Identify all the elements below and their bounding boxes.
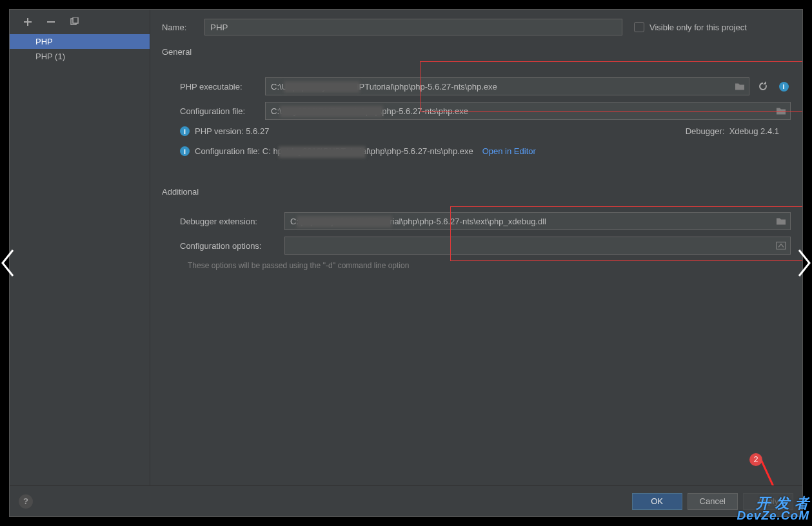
folder-icon[interactable] [776, 107, 786, 115]
info-icon: i [180, 146, 190, 156]
dialog-footer: ? OK Cancel Apply [10, 485, 802, 516]
prev-image-arrow[interactable] [0, 248, 17, 278]
visible-only-checkbox[interactable]: Visible only for this project [634, 22, 747, 32]
folder-icon[interactable] [735, 83, 745, 91]
info-icon: i [180, 126, 190, 136]
next-image-arrow[interactable] [795, 248, 812, 278]
info-icon[interactable]: i [777, 82, 791, 92]
debugger-value: Xdebug 2.4.1 [729, 126, 779, 136]
section-general: General [162, 47, 791, 57]
debugger-ext-input[interactable]: C: phpstduy2018\PHPTutorial\php\php-5.6.… [284, 212, 791, 230]
name-input[interactable] [204, 19, 622, 35]
config-file-input[interactable]: C:\ duy2018\PHPTutorial\php\php-5.6.27-n… [265, 102, 791, 120]
debugger-ext-label: Debugger extension: [162, 217, 284, 226]
folder-icon[interactable] [776, 217, 786, 226]
config-file-label: Configuration file: [162, 106, 265, 116]
cancel-button[interactable]: Cancel [688, 493, 738, 510]
remove-icon[interactable] [46, 17, 56, 27]
main-panel: Name: Visible only for this project Gene… [150, 10, 802, 485]
svg-rect-5 [777, 242, 786, 249]
add-icon[interactable] [23, 17, 33, 27]
php-version-label: PHP version: [195, 126, 244, 136]
reload-icon[interactable] [756, 81, 770, 92]
php-executable-input[interactable]: C:\U \phpstduy2018\PHPTutorial\php\php-5… [265, 77, 749, 95]
annotation-badge: 2 [749, 453, 762, 466]
config-options-hint: These options will be passed using the '… [162, 261, 791, 270]
visible-only-label: Visible only for this project [649, 23, 747, 32]
copy-icon[interactable] [69, 17, 79, 27]
config-options-input[interactable] [284, 237, 791, 255]
list-item[interactable]: PHP [10, 34, 150, 49]
svg-rect-4 [73, 17, 78, 23]
debugger-label: Debugger: [686, 126, 725, 136]
help-icon[interactable]: ? [19, 494, 33, 509]
expand-icon[interactable] [776, 242, 786, 250]
section-additional: Additional [162, 187, 791, 197]
interpreter-list: PHP PHP (1) [10, 34, 150, 485]
ok-button[interactable]: OK [632, 493, 682, 510]
config-info-label: Configuration file: [195, 146, 260, 156]
interpreters-sidebar: PHP PHP (1) [10, 10, 150, 485]
svg-line-7 [760, 458, 776, 485]
name-label: Name: [162, 23, 199, 32]
settings-dialog: PHP PHP (1) Name: Visible only for this … [9, 9, 803, 517]
watermark: 开 发 者 DevZe.CoM [737, 497, 809, 521]
php-version-value: 5.6.27 [246, 126, 269, 136]
open-in-editor-link[interactable]: Open in Editor [482, 146, 536, 156]
svg-rect-2 [47, 21, 55, 23]
php-executable-label: PHP executable: [162, 82, 265, 92]
svg-rect-1 [24, 21, 32, 23]
config-options-label: Configuration options: [162, 241, 284, 251]
sidebar-toolbar [10, 10, 150, 34]
list-item[interactable]: PHP (1) [10, 49, 150, 64]
checkbox-icon[interactable] [634, 22, 644, 32]
